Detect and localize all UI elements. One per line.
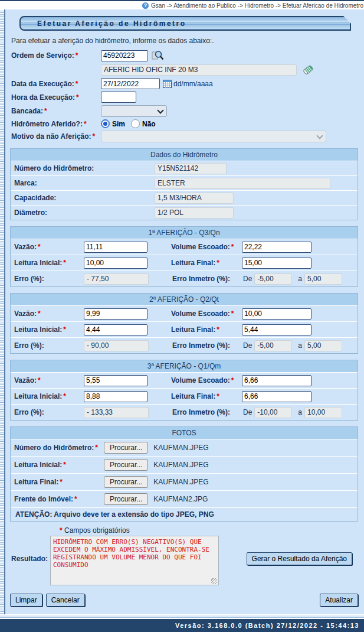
erro-inmetro-min-3-field bbox=[254, 407, 292, 418]
afericao-2-panel: 2ª AFERIÇÃO - Q2/Qt Vazão:* Volume Escoa… bbox=[10, 293, 358, 354]
radio-sim-label: Sim bbox=[112, 120, 125, 128]
afericao-1-header: 1ª AFERIÇÃO - Q3/Qn bbox=[11, 227, 358, 239]
erro-2-field bbox=[84, 340, 149, 351]
de-label: De bbox=[243, 408, 252, 416]
atualizar-button[interactable]: Atualizar bbox=[320, 594, 358, 607]
foto-leitura-final-browse-button[interactable]: Procurar... bbox=[104, 476, 148, 488]
leitura-inicial-label: Leitura Inicial:* bbox=[14, 392, 84, 400]
erro-inmetro-max-3-field bbox=[304, 407, 342, 418]
leitura-final-1-input[interactable] bbox=[242, 258, 311, 269]
marca-label: Marca: bbox=[14, 179, 155, 187]
leitura-inicial-2-input[interactable] bbox=[84, 324, 147, 335]
bancada-label: Bancada:* bbox=[11, 107, 101, 115]
intro-text: Para efetuar a aferição do hidrômetro, i… bbox=[11, 37, 359, 45]
fotos-panel: FOTOS Número do Hidrômetro:* Procurar...… bbox=[10, 426, 358, 522]
volume-escoado-1-input[interactable] bbox=[242, 242, 311, 253]
afericao-3-panel: 3ª AFERIÇÃO - Q1/Qm Vazão:* Volume Escoa… bbox=[10, 360, 358, 421]
calendar-icon[interactable] bbox=[163, 80, 172, 88]
erro-label: Erro (%): bbox=[14, 408, 84, 416]
dados-hidrometro-panel: Dados do Hidrômetro Número do Hidrômetro… bbox=[10, 148, 358, 220]
afericao-2-header: 2ª AFERIÇÃO - Q2/Qt bbox=[11, 294, 358, 306]
numero-hidrometro-field bbox=[155, 163, 227, 174]
volume-escoado-3-input[interactable] bbox=[242, 375, 311, 386]
vazao-label: Vazão:* bbox=[14, 376, 84, 385]
chevron-down-icon bbox=[316, 132, 323, 139]
leitura-inicial-label: Leitura Inicial:* bbox=[14, 325, 84, 334]
resultado-label: Resultado: bbox=[11, 555, 50, 563]
vazao-2-input[interactable] bbox=[84, 308, 147, 320]
data-execucao-input[interactable] bbox=[101, 78, 160, 89]
leitura-final-label: Leitura Final:* bbox=[171, 325, 242, 334]
resize-handle[interactable] bbox=[211, 578, 217, 584]
leitura-inicial-3-input[interactable] bbox=[84, 391, 147, 402]
bancada-select[interactable] bbox=[101, 105, 167, 117]
resultado-textarea[interactable] bbox=[50, 536, 219, 585]
volume-escoado-2-input[interactable] bbox=[242, 308, 311, 320]
cancelar-button[interactable]: Cancelar bbox=[46, 594, 85, 607]
erro-3-field bbox=[84, 407, 149, 418]
vazao-3-input[interactable] bbox=[84, 375, 147, 386]
radio-nao-label: Não bbox=[142, 120, 156, 128]
limpar-button[interactable]: Limpar bbox=[10, 594, 42, 607]
version-bar: Versão: 3.168.0.0 (Batch) 27/12/2022 - 1… bbox=[0, 619, 364, 632]
a-label: a bbox=[298, 408, 302, 416]
foto-numero-browse-button[interactable]: Procurar... bbox=[104, 442, 148, 454]
gerar-resultado-button[interactable]: Gerar o Resultado da Aferição bbox=[247, 552, 352, 565]
radio-sim[interactable] bbox=[101, 119, 110, 128]
foto-numero-filename: KAUFMAN.JPEG bbox=[153, 444, 208, 452]
foto-leitura-inicial-label: Leitura Inicial:* bbox=[14, 461, 104, 469]
leitura-final-2-input[interactable] bbox=[242, 324, 311, 335]
hora-execucao-input[interactable] bbox=[101, 92, 136, 103]
foto-leitura-inicial-browse-button[interactable]: Procurar... bbox=[104, 459, 148, 471]
left-edge-decoration bbox=[0, 9, 5, 614]
page-title-text: Efetuar Aferição de Hidrômetro bbox=[37, 19, 186, 28]
erro-inmetro-max-1-field bbox=[304, 273, 342, 285]
leitura-final-3-input[interactable] bbox=[242, 391, 311, 402]
chevron-down-icon bbox=[157, 107, 163, 113]
erro-inmetro-label: Erro Inmetro (%): bbox=[172, 341, 243, 350]
vazao-1-input[interactable] bbox=[84, 242, 147, 253]
de-label: De bbox=[243, 275, 252, 283]
version-text: Versão: 3.168.0.0 (Batch) 27/12/2022 - 1… bbox=[175, 622, 359, 629]
foto-frente-imovel-filename: KAUFMAN2.JPG bbox=[153, 495, 208, 503]
aferido-label: Hidrômetro Aferido?:* bbox=[11, 120, 101, 128]
capacidade-label: Capacidade: bbox=[14, 194, 155, 202]
fotos-header: FOTOS bbox=[11, 427, 358, 439]
ordem-servico-label: Ordem de Serviço:* bbox=[11, 51, 101, 60]
help-icon[interactable]: ? bbox=[142, 2, 149, 9]
file-extension-warning: ATENÇÃO: Arquivo deve ter a extensão do … bbox=[11, 507, 358, 521]
dados-hidrometro-header: Dados do Hidrômetro bbox=[11, 149, 358, 161]
servico-descricao-field bbox=[101, 64, 297, 76]
erro-label: Erro (%): bbox=[14, 275, 84, 283]
foto-leitura-inicial-filename: KAUFMAN.JPEG bbox=[153, 461, 208, 469]
eraser-icon[interactable] bbox=[302, 64, 314, 76]
leitura-inicial-label: Leitura Inicial:* bbox=[14, 259, 84, 267]
radio-nao[interactable] bbox=[131, 119, 140, 128]
erro-1-field bbox=[84, 273, 149, 285]
leitura-final-label: Leitura Final:* bbox=[171, 392, 242, 400]
afericao-1-panel: 1ª AFERIÇÃO - Q3/Qn Vazão:* Volume Escoa… bbox=[10, 226, 358, 287]
volume-escoado-label: Volume Escoado:* bbox=[171, 376, 242, 385]
volume-escoado-label: Volume Escoado:* bbox=[171, 310, 242, 318]
footer-stripes bbox=[0, 614, 364, 619]
erro-inmetro-min-1-field bbox=[254, 273, 292, 285]
ordem-servico-input[interactable] bbox=[101, 50, 148, 61]
erro-label: Erro (%): bbox=[14, 341, 84, 350]
foto-leitura-final-filename: KAUFMAN.JPEG bbox=[153, 478, 208, 486]
numero-hidrometro-label: Número do Hidrômetro: bbox=[14, 164, 155, 172]
foto-numero-label: Número do Hidrômetro:* bbox=[14, 444, 104, 452]
afericao-3-header: 3ª AFERIÇÃO - Q1/Qm bbox=[11, 360, 358, 373]
gsan-window: ? Gsan -> Atendimento ao Publico -> Hidr… bbox=[0, 0, 364, 632]
erro-inmetro-label: Erro Inmetro (%): bbox=[172, 275, 243, 283]
vazao-label: Vazão:* bbox=[14, 243, 84, 251]
de-label: De bbox=[243, 341, 252, 350]
leitura-inicial-1-input[interactable] bbox=[84, 258, 147, 269]
volume-escoado-label: Volume Escoado:* bbox=[171, 243, 242, 251]
foto-leitura-final-label: Leitura Final:* bbox=[14, 478, 104, 486]
erro-inmetro-label: Erro Inmetro (%): bbox=[172, 408, 243, 416]
foto-frente-imovel-browse-button[interactable]: Procurar... bbox=[104, 493, 148, 505]
leitura-final-label: Leitura Final:* bbox=[171, 259, 242, 267]
search-icon[interactable] bbox=[151, 50, 164, 61]
capacidade-field bbox=[155, 193, 234, 204]
required-fields-note: * Campos obrigatórios bbox=[60, 526, 359, 535]
